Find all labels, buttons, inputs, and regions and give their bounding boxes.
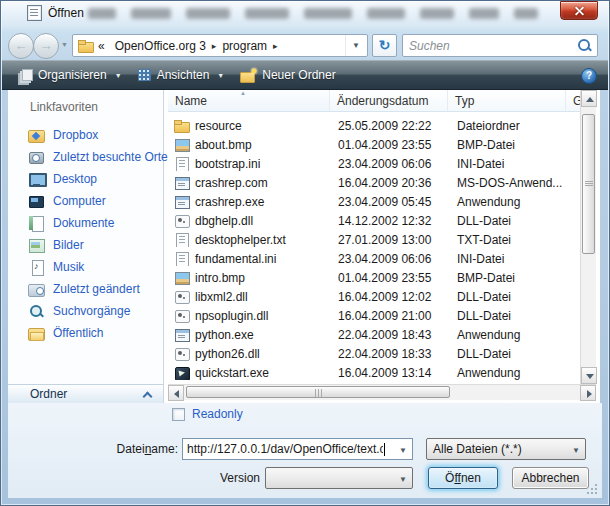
blurred-background-menu (88, 8, 538, 20)
organize-icon (18, 69, 32, 82)
forward-button[interactable]: → (33, 33, 59, 59)
organize-button[interactable]: Organisieren ▼ (10, 63, 130, 87)
quickstart-app-icon (174, 366, 189, 380)
back-button[interactable]: ← (8, 33, 34, 59)
folder-icon (78, 40, 93, 52)
vertical-scrollbar[interactable] (580, 90, 596, 384)
chevron-down-icon: ▼ (399, 475, 407, 484)
sidebar-item-music[interactable]: Musik (18, 256, 161, 278)
table-row[interactable]: python26.dll 22.04.2009 18:33 DLL-Datei (168, 344, 580, 363)
scroll-right-button[interactable] (580, 385, 596, 401)
table-row[interactable]: crashrep.exe 23.04.2009 05:45 Anwendung (168, 192, 580, 211)
sidebar-item-dropbox[interactable]: Dropbox (18, 124, 161, 146)
sidebar-header: Linkfavoriten (30, 100, 98, 114)
filename-value: http://127.0.0.1/dav/OpenOffice/text.odt (183, 442, 383, 456)
close-button[interactable] (560, 1, 598, 20)
triangle-left-icon (174, 390, 179, 398)
dropbox-icon (28, 128, 45, 143)
sidebar-item-computer[interactable]: Computer (18, 190, 161, 212)
table-row[interactable]: quickstart.exe 16.04.2009 13:14 Anwendun… (168, 363, 580, 382)
vertical-scroll-thumb[interactable] (582, 114, 595, 254)
search-icon (577, 38, 593, 54)
filetype-dropdown[interactable]: Alle Dateien (*.*) ▼ (426, 438, 586, 460)
breadcrumb[interactable]: « OpenOffice.org 3 ▸ program ▸ ▼ (72, 34, 368, 57)
triangle-up-icon (586, 97, 594, 102)
dll-file-icon (174, 290, 189, 304)
new-folder-button[interactable]: Neuer Ordner (232, 63, 343, 87)
column-header-date[interactable]: Änderungsdatum (330, 90, 448, 111)
resize-grip[interactable] (587, 483, 598, 494)
sidebar-item-desktop[interactable]: Desktop (18, 168, 161, 190)
folders-expander[interactable]: Ordner (8, 384, 163, 403)
refresh-button[interactable]: ↻ (372, 34, 397, 57)
sidebar-item-searches[interactable]: Suchvorgänge (18, 300, 161, 322)
table-row[interactable]: libxml2.dll 16.04.2009 12:02 DLL-Datei (168, 287, 580, 306)
address-dropdown-icon[interactable]: ▼ (345, 35, 367, 56)
search-input[interactable] (403, 39, 577, 53)
sidebar-item-recent-places[interactable]: Zuletzt besuchte Orte (18, 146, 161, 168)
computer-icon (28, 194, 45, 209)
table-row[interactable]: crashrep.com 16.04.2009 20:36 MS-DOS-Anw… (168, 173, 580, 192)
table-row[interactable]: desktophelper.txt 27.01.2009 13:00 TXT-D… (168, 230, 580, 249)
list-header: Name ▲ Änderungsdatum Typ G (168, 90, 580, 112)
readonly-label: Readonly (192, 407, 243, 421)
chevron-up-icon (143, 392, 153, 402)
favorites-sidebar: Linkfavoriten Dropbox Zuletzt besuchte O… (8, 90, 164, 403)
breadcrumb-chevron-icon[interactable]: ▸ (271, 41, 280, 51)
txt-file-icon (174, 233, 189, 247)
table-row[interactable]: intro.bmp 01.04.2009 23:55 BMP-Datei (168, 268, 580, 287)
filename-label: Dateiname: (78, 442, 178, 456)
bmp-file-icon (174, 271, 189, 285)
table-row[interactable]: resource 25.05.2009 22:22 Dateiordner (168, 116, 580, 135)
ini-file-icon (174, 157, 189, 171)
text-caret (384, 443, 385, 456)
breadcrumb-chevron-icon[interactable]: ▸ (210, 41, 219, 51)
cancel-button[interactable]: Abbrechen (512, 467, 589, 489)
sidebar-item-pictures[interactable]: Bilder (18, 234, 161, 256)
dll-file-icon (174, 309, 189, 323)
sidebar-item-recently-changed[interactable]: Zuletzt geändert (18, 278, 161, 300)
chevron-down-icon: ▼ (115, 72, 122, 79)
music-icon (28, 260, 45, 275)
app-file-icon (174, 328, 189, 342)
readonly-checkbox[interactable] (172, 408, 185, 421)
table-row[interactable]: dbghelp.dll 14.12.2002 12:32 DLL-Datei (168, 211, 580, 230)
breadcrumb-segment-openoffice[interactable]: OpenOffice.org 3 (111, 39, 210, 53)
recent-places-icon (28, 150, 45, 165)
scroll-down-button[interactable] (581, 367, 597, 384)
table-row[interactable]: about.bmp 01.04.2009 23:55 BMP-Datei (168, 135, 580, 154)
sidebar-items: Dropbox Zuletzt besuchte Orte Desktop Co… (18, 124, 161, 344)
horizontal-scrollbar[interactable] (168, 384, 596, 400)
recent-pages-dropdown-icon[interactable]: ▼ (61, 41, 68, 48)
breadcrumb-collapsed-icon[interactable]: « (98, 39, 105, 53)
title-bar[interactable]: Öffnen (0, 0, 610, 30)
new-folder-icon (240, 69, 256, 82)
column-header-size[interactable]: G (566, 90, 580, 111)
scroll-left-button[interactable] (168, 385, 184, 401)
filename-combobox[interactable]: http://127.0.0.1/dav/OpenOffice/text.odt… (182, 438, 413, 460)
bmp-file-icon (174, 138, 189, 152)
sidebar-item-documents[interactable]: Dokumente (18, 212, 161, 234)
help-button[interactable]: ? (581, 68, 597, 84)
triangle-right-icon (587, 390, 592, 398)
column-header-name[interactable]: Name ▲ (168, 90, 330, 111)
views-button[interactable]: Ansichten ▼ (130, 63, 233, 87)
command-toolbar: Organisieren ▼ Ansichten ▼ Neuer Ordner … (2, 60, 608, 90)
table-row[interactable]: npsoplugin.dll 16.04.2009 21:00 DLL-Date… (168, 306, 580, 325)
table-row[interactable]: python.exe 22.04.2009 18:43 Anwendung (168, 325, 580, 344)
table-row[interactable]: fundamental.ini 23.04.2009 06:06 INI-Dat… (168, 249, 580, 268)
table-row[interactable]: bootstrap.ini 23.04.2009 06:06 INI-Datei (168, 154, 580, 173)
sidebar-item-public[interactable]: Öffentlich (18, 322, 161, 344)
window-title: Öffnen (48, 6, 84, 20)
document-icon (27, 5, 42, 21)
column-header-type[interactable]: Typ (448, 90, 566, 111)
file-rows: resource 25.05.2009 22:22 Dateiordner ab… (168, 116, 580, 382)
open-button[interactable]: Öffnen (428, 467, 498, 489)
version-dropdown[interactable]: ▼ (265, 467, 413, 489)
recently-changed-icon (28, 282, 45, 297)
chevron-down-icon: ▼ (399, 446, 407, 455)
breadcrumb-segment-program[interactable]: program (218, 39, 271, 53)
ini-file-icon (174, 252, 189, 266)
horizontal-scroll-thumb[interactable] (186, 386, 450, 398)
scroll-up-button[interactable] (581, 90, 597, 107)
